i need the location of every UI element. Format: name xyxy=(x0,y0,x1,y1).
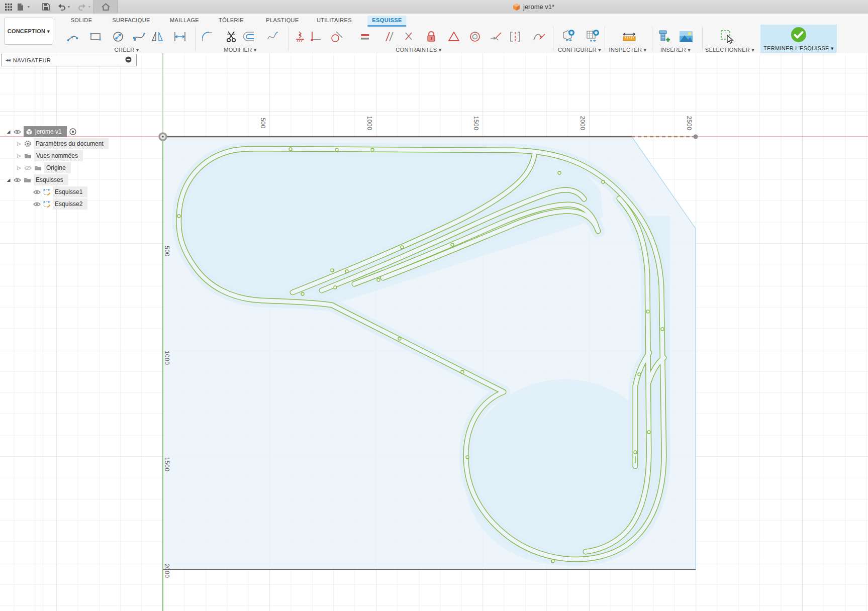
constraint-collinear-icon[interactable] xyxy=(402,28,420,46)
sketch-icon[interactable] xyxy=(43,188,50,195)
eye-icon[interactable] xyxy=(33,201,41,207)
tab-surfacique[interactable]: SURFACIQUE xyxy=(108,16,155,25)
expander-collapsed-icon[interactable]: ▷ xyxy=(17,165,22,170)
sketch-point xyxy=(558,171,561,174)
modify-trim-icon[interactable] xyxy=(222,28,240,46)
x-axis-endpoint[interactable] xyxy=(694,135,698,139)
create-spline-icon[interactable] xyxy=(131,28,149,46)
nav-item-label[interactable]: Esquisse2 xyxy=(53,198,87,210)
group-label-contraintes[interactable]: CONTRAINTES ▾ xyxy=(396,47,441,53)
constraint-equal-icon[interactable] xyxy=(356,28,374,46)
navigator-row-origine[interactable]: ▷Origine xyxy=(17,162,71,173)
navigator-row-jerome-v1[interactable]: ◢jerome v1 xyxy=(6,126,76,137)
tab-tôlerie[interactable]: TÔLERIE xyxy=(214,16,248,25)
home-tab[interactable] xyxy=(93,0,118,14)
sketch-point xyxy=(661,328,664,331)
group-label-modifier[interactable]: MODIFIER ▾ xyxy=(224,47,256,53)
constraint-curvature-icon[interactable] xyxy=(530,28,548,46)
sketch-point xyxy=(466,456,469,459)
eye-off-icon[interactable] xyxy=(24,165,32,171)
constraint-tangent-icon[interactable] xyxy=(328,28,346,46)
constraint-smooth-icon[interactable] xyxy=(487,28,505,46)
constraint-parallel-icon[interactable] xyxy=(379,28,397,46)
eye-icon[interactable] xyxy=(33,189,41,195)
app-grid-icon[interactable] xyxy=(2,0,15,14)
create-line-icon[interactable] xyxy=(64,28,82,46)
insert-canvas-icon[interactable] xyxy=(677,28,695,46)
undo-caret[interactable]: ▼ xyxy=(66,0,71,14)
redo-caret[interactable]: ▼ xyxy=(87,0,92,14)
configure-part-icon[interactable] xyxy=(560,28,578,46)
redo-icon[interactable] xyxy=(77,0,87,14)
display-settings-icon[interactable] xyxy=(125,56,132,64)
tab-esquisse[interactable]: ESQUISSE xyxy=(367,16,406,27)
ruler-top-2000: 2000 xyxy=(579,116,586,131)
save-icon[interactable] xyxy=(40,0,51,14)
navigator-row-esquisse2[interactable]: Esquisse2 xyxy=(33,198,87,210)
tab-solide[interactable]: SOLIDE xyxy=(66,16,97,25)
group-label-inspecter[interactable]: INSPECTER ▾ xyxy=(609,47,647,53)
group-label-créer[interactable]: CRÉER ▾ xyxy=(114,47,139,53)
file-caret[interactable]: ▼ xyxy=(26,0,31,14)
constraint-midpoint-icon[interactable] xyxy=(445,28,463,46)
gear-icon[interactable] xyxy=(24,140,31,147)
expander-collapsed-icon[interactable]: ▷ xyxy=(17,153,22,158)
expander-expanded-icon[interactable]: ◢ xyxy=(6,177,11,182)
sketch-point xyxy=(647,431,650,434)
sketch-icon[interactable] xyxy=(43,200,50,208)
collapse-panel-icon[interactable]: ◀◀ xyxy=(6,58,10,62)
create-mirror-icon[interactable] xyxy=(148,28,166,46)
finish-sketch-button[interactable]: TERMINER L'ESQUISSE ▾ xyxy=(760,25,837,53)
sketch-point xyxy=(377,278,380,281)
constraint-symmetry-icon[interactable] xyxy=(506,28,524,46)
finish-check-icon xyxy=(790,26,807,43)
sketch-drawing[interactable] xyxy=(0,0,868,611)
undo-icon[interactable] xyxy=(56,0,66,14)
expander-collapsed-icon[interactable]: ▷ xyxy=(17,141,22,146)
select-window-icon[interactable] xyxy=(718,28,736,46)
eye-icon[interactable] xyxy=(14,177,21,183)
tab-maillage[interactable]: MAILLAGE xyxy=(165,16,204,25)
configure-table-icon[interactable] xyxy=(584,28,602,46)
file-icon[interactable] xyxy=(15,0,25,14)
ruler-top-1000: 1000 xyxy=(366,116,373,131)
insert-fastener-icon[interactable] xyxy=(654,28,672,46)
radio-icon[interactable] xyxy=(69,128,76,135)
inspect-measure-icon[interactable] xyxy=(620,28,638,46)
group-separator xyxy=(702,27,703,51)
constraint-perpendicular-icon[interactable] xyxy=(307,28,325,46)
create-dimension-icon[interactable] xyxy=(171,28,189,46)
navigator-row-vues-nommées[interactable]: ▷Vues nommées xyxy=(17,150,83,161)
group-label-configurer[interactable]: CONFIGURER ▾ xyxy=(558,47,601,53)
constraint-lock-icon[interactable] xyxy=(422,28,440,46)
navigator-row-paramètres-du-document[interactable]: ▷Paramètres du document xyxy=(17,138,109,149)
sketch-point xyxy=(646,310,649,313)
nav-item-label[interactable]: Esquisses xyxy=(34,174,68,185)
nav-item-label[interactable]: Vues nommées xyxy=(34,150,83,161)
folder-icon[interactable] xyxy=(34,165,42,171)
nav-item-label[interactable]: Paramètres du document xyxy=(34,138,109,149)
group-label-insérer[interactable]: INSÉRER ▾ xyxy=(660,47,691,53)
tab-plastique[interactable]: PLASTIQUE xyxy=(261,16,303,25)
navigator-row-esquisse1[interactable]: Esquisse1 xyxy=(33,186,87,197)
create-circle-icon[interactable] xyxy=(109,28,127,46)
expander-expanded-icon[interactable]: ◢ xyxy=(6,129,11,134)
folder-icon[interactable] xyxy=(24,177,31,183)
constraint-concentric-icon[interactable] xyxy=(466,28,484,46)
workspace-selector[interactable]: CONCEPTION ▾ xyxy=(4,18,53,45)
group-label-sélectionner[interactable]: SÉLECTIONNER ▾ xyxy=(705,47,754,53)
sketch-point xyxy=(334,286,337,289)
tab-utilitaires[interactable]: UTILITAIRES xyxy=(312,16,356,25)
eye-icon[interactable] xyxy=(14,129,21,135)
nav-item-label[interactable]: jerome v1 xyxy=(24,126,67,137)
folder-icon[interactable] xyxy=(24,153,32,159)
create-rectangle-icon[interactable] xyxy=(86,28,105,46)
navigator-row-esquisses[interactable]: ◢Esquisses xyxy=(6,174,68,185)
modify-curve-icon[interactable] xyxy=(264,28,282,46)
origin-point xyxy=(162,136,164,138)
sketch-point xyxy=(638,373,641,376)
nav-item-label[interactable]: Origine xyxy=(44,162,71,173)
modify-fillet-icon[interactable] xyxy=(199,28,217,46)
modify-offset-icon[interactable] xyxy=(240,28,258,46)
nav-item-label[interactable]: Esquisse1 xyxy=(53,186,87,197)
